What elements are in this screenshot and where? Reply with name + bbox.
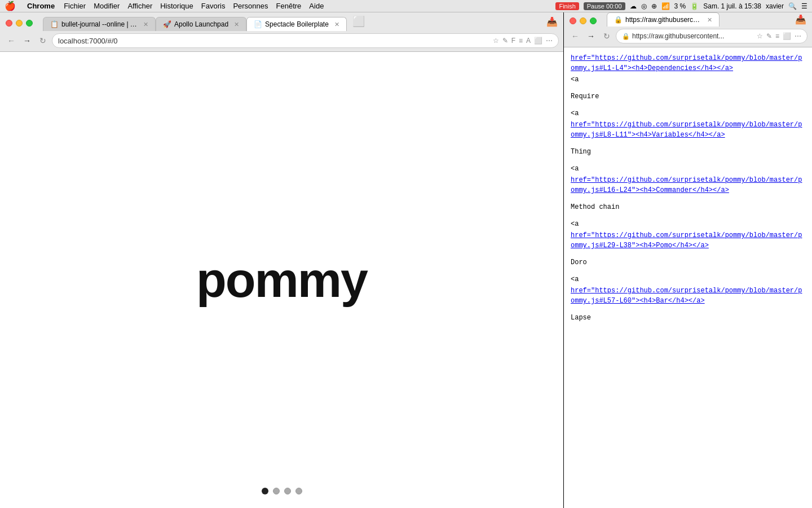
raw-line-method: Method chain: [571, 202, 805, 212]
raw-line-pre2: <a: [571, 108, 805, 119]
right-back-button[interactable]: ←: [568, 29, 582, 43]
right-addressbar-row: ← → ↻ 🔒 https://raw.githubusercontent...…: [564, 27, 812, 47]
right-more-icon[interactable]: ⋯: [795, 32, 801, 40]
tab-apollo[interactable]: 🚀 Apollo Launchpad ✕: [156, 17, 246, 31]
apple-icon[interactable]: 🍎: [5, 1, 16, 11]
tab-raw-favicon: 🔒: [614, 16, 622, 24]
tab-trello-title: bullet-journal --online | Trello: [61, 20, 138, 28]
left-forward-button[interactable]: →: [20, 34, 34, 47]
menu-afficher[interactable]: Afficher: [127, 2, 152, 10]
finish-button[interactable]: Finish: [555, 2, 579, 10]
raw-link-5[interactable]: href="https://github.com/surprisetalk/po…: [571, 287, 802, 305]
left-address-bar[interactable]: localhost:7000/#/0 ☆ ✎ F ≡ A ⬜ ⋯: [52, 33, 559, 48]
control-strip-icon[interactable]: ☰: [801, 2, 807, 10]
browser-right: 🔒 https://raw.githubusercontent... ✕ 📥 ←…: [564, 12, 812, 508]
menubar-right: Finish Pause 00:00 ☁ ◎ ⊕ 📶 3 % 🔋 Sam. 1 …: [555, 2, 807, 10]
more-icon[interactable]: ⋯: [546, 37, 553, 45]
left-browser-content: pommy: [0, 52, 563, 508]
right-address-icons: ☆ ✎ ≡ ⬜ ⋯: [757, 32, 801, 40]
left-browser-chrome: 📋 bullet-journal --online | Trello ✕ 🚀 A…: [0, 12, 563, 52]
tab-trello[interactable]: 📋 bullet-journal --online | Trello ✕: [43, 17, 156, 31]
raw-line-2: href="https://github.com/surprisetalk/po…: [571, 120, 805, 140]
left-maximize-button[interactable]: [26, 20, 33, 27]
cloud-icon: ☁: [630, 2, 637, 10]
battery-icon: 🔋: [690, 2, 699, 10]
tab-raw-github[interactable]: 🔒 https://raw.githubusercontent... ✕: [607, 12, 720, 27]
right-address-text: https://raw.githubusercontent...: [632, 32, 757, 40]
left-address-icons: ☆ ✎ F ≡ A ⬜ ⋯: [493, 37, 553, 45]
left-close-button[interactable]: [6, 20, 12, 27]
right-reader-icon[interactable]: ≡: [775, 32, 779, 40]
wifi-icon: 📶: [661, 2, 670, 10]
raw-line-require: Require: [571, 91, 805, 102]
menubar: 🍎 Chrome Fichier Modifier Afficher Histo…: [0, 0, 812, 12]
right-reload-button[interactable]: ↻: [600, 29, 614, 43]
right-address-bar[interactable]: 🔒 https://raw.githubusercontent... ☆ ✎ ≡…: [616, 29, 807, 43]
menu-historique[interactable]: Historique: [160, 2, 193, 10]
menu-fichier[interactable]: Fichier: [64, 2, 86, 10]
raw-line-pre5: <a: [571, 274, 805, 284]
windows-container: 📋 bullet-journal --online | Trello ✕ 🚀 A…: [0, 12, 812, 508]
left-back-button[interactable]: ←: [5, 34, 18, 47]
spotlight-icon[interactable]: 🔍: [788, 2, 797, 10]
right-browser-chrome: 🔒 https://raw.githubusercontent... ✕ 📥 ←…: [564, 12, 812, 47]
tab-trello-favicon: 📋: [50, 20, 58, 28]
tab-spectacle-close[interactable]: ✕: [334, 21, 339, 28]
font-icon[interactable]: F: [511, 37, 515, 45]
menu-modifier[interactable]: Modifier: [94, 2, 120, 10]
tab-apollo-title: Apollo Launchpad: [174, 20, 228, 28]
raw-link-4[interactable]: href="https://github.com/surprisetalk/po…: [571, 231, 802, 249]
raw-link-1[interactable]: href="https://github.com/surprisetalk/po…: [571, 54, 802, 72]
menu-favoris[interactable]: Favoris: [201, 2, 226, 10]
slide-dot-4[interactable]: [295, 488, 302, 494]
extra-icon: ⊕: [651, 2, 657, 10]
raw-line-1: href="https://github.com/surprisetalk/po…: [571, 53, 805, 73]
slide-dot-2[interactable]: [273, 488, 280, 494]
new-tab-button[interactable]: ⬜: [347, 12, 370, 31]
right-sidebar-icon[interactable]: ⬜: [783, 32, 791, 40]
tab-raw-close[interactable]: ✕: [707, 16, 712, 24]
right-maximize-button[interactable]: [590, 17, 597, 24]
right-pencil-icon[interactable]: ✎: [766, 32, 772, 40]
raw-link-3[interactable]: href="https://github.com/surprisetalk/po…: [571, 176, 802, 194]
raw-line-doro: Doro: [571, 257, 805, 268]
profile-icon[interactable]: A: [526, 37, 531, 45]
raw-line-thing: Thing: [571, 147, 805, 157]
right-minimize-button[interactable]: [580, 17, 586, 24]
right-close-button[interactable]: [570, 17, 576, 24]
tab-spectacle[interactable]: 📄 Spectacle Boilerplate ✕: [246, 17, 347, 31]
slide-dot-3[interactable]: [284, 488, 291, 494]
raw-line-pre1: <a: [571, 75, 805, 85]
username: xavier: [766, 2, 784, 10]
raw-line-pre4: <a: [571, 219, 805, 229]
menu-aide[interactable]: Aide: [309, 2, 324, 10]
app-name[interactable]: Chrome: [27, 2, 55, 10]
menu-fenetre[interactable]: Fenêtre: [276, 2, 302, 10]
tab-spectacle-favicon: 📄: [254, 20, 262, 28]
left-addressbar-row: ← → ↻ localhost:7000/#/0 ☆ ✎ F ≡ A ⬜ ⋯: [0, 31, 563, 51]
left-tabs-row: 📋 bullet-journal --online | Trello ✕ 🚀 A…: [38, 12, 375, 31]
left-reload-button[interactable]: ↻: [36, 34, 50, 47]
left-minimize-button[interactable]: [16, 20, 23, 27]
bookmark-icon[interactable]: ☆: [493, 37, 499, 45]
menu-personnes[interactable]: Personnes: [233, 2, 268, 10]
slide-dot-1[interactable]: [262, 488, 268, 494]
right-download-icon: 📥: [795, 15, 806, 24]
raw-line-5: href="https://github.com/surprisetalk/po…: [571, 286, 805, 306]
tab-trello-close[interactable]: ✕: [143, 21, 148, 28]
tab-apollo-close[interactable]: ✕: [234, 21, 239, 28]
reader-icon[interactable]: ≡: [519, 37, 523, 45]
sidebar-icon[interactable]: ⬜: [534, 37, 542, 45]
right-forward-button[interactable]: →: [584, 29, 598, 43]
lock-icon: 🔒: [622, 33, 630, 40]
right-raw-content: href="https://github.com/surprisetalk/po…: [564, 47, 812, 508]
left-traffic-lights: [0, 15, 38, 29]
menu-items: Fichier Modifier Afficher Historique Fav…: [64, 2, 324, 10]
right-bookmark-icon[interactable]: ☆: [757, 32, 763, 40]
pause-button[interactable]: Pause 00:00: [584, 2, 625, 10]
raw-line-pre3: <a: [571, 164, 805, 174]
battery-text: 3 %: [674, 2, 686, 10]
tab-spectacle-title: Spectacle Boilerplate: [265, 20, 329, 28]
raw-link-2[interactable]: href="https://github.com/surprisetalk/po…: [571, 121, 802, 139]
pencil-icon[interactable]: ✎: [502, 37, 508, 45]
